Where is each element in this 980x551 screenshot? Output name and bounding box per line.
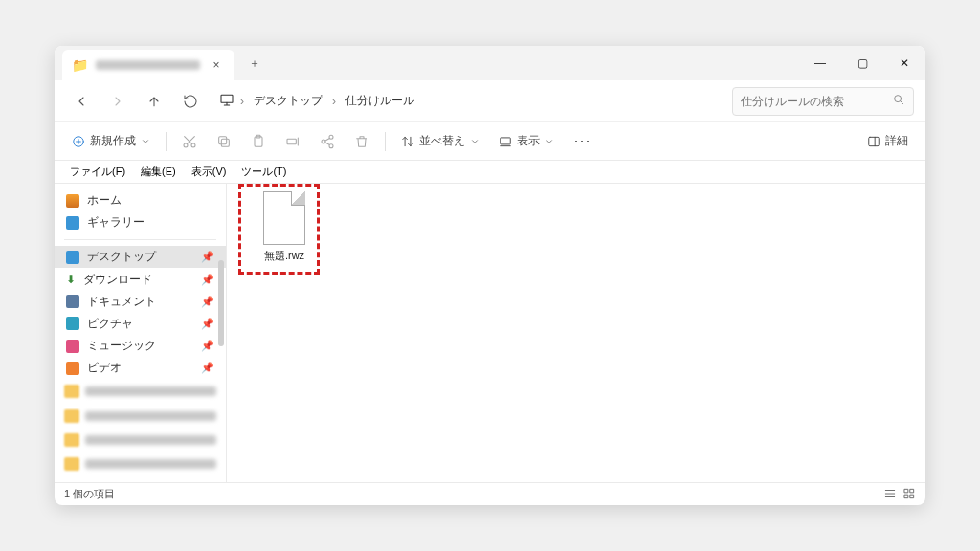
chevron-down-icon [141,137,150,146]
back-button[interactable] [66,86,97,117]
view-label: 表示 [517,133,540,149]
menu-view[interactable]: 表示(V) [184,163,234,181]
svg-rect-15 [904,489,908,492]
toolbar-sep [385,132,386,151]
details-label: 詳細 [885,133,908,149]
breadcrumb[interactable]: › デスクトップ › 仕分けルール [212,86,726,117]
delete-button[interactable] [346,127,377,156]
svg-rect-0 [221,95,233,102]
file-item[interactable]: 無題.rwz [246,191,323,263]
music-icon [66,340,79,353]
new-button[interactable]: 新規作成 [64,127,158,156]
crumb-sep-icon: › [332,95,336,108]
sidebar-scrollbar[interactable] [218,260,224,346]
svg-point-12 [329,143,333,147]
close-window-button[interactable]: ✕ [883,46,925,80]
toolbar: 新規作成 並べ替え 表示 ･･･ 詳細 [55,122,925,161]
item-count: 1 個の項目 [64,487,115,501]
tab-strip: 📁 × ＋ — ▢ ✕ [55,46,925,80]
file-area[interactable]: 無題.rwz [227,184,925,482]
tab-title-blurred [96,60,200,70]
sort-label: 並べ替え [419,133,465,149]
menu-bar: ファイル(F) 編集(E) 表示(V) ツール(T) [55,161,925,184]
sort-button[interactable]: 並べ替え [393,127,487,156]
svg-rect-17 [904,495,908,498]
file-icon [263,191,305,245]
view-grid-icon[interactable] [902,487,916,502]
up-button[interactable] [139,86,169,117]
svg-rect-5 [221,139,229,146]
sidebar-item-label: ギャラリー [87,214,145,231]
search-input[interactable] [741,95,886,108]
sidebar-item-label: デスクトップ [87,249,156,265]
sidebar-item-label: ピクチャ [87,316,133,332]
sidebar-item-downloads[interactable]: ⬇ダウンロード📌 [55,268,226,290]
sidebar-item-label: ホーム [87,192,122,209]
tab-close-button[interactable]: × [208,56,225,74]
minimize-button[interactable]: — [799,46,841,80]
chevron-down-icon [470,137,479,146]
pin-icon: 📌 [201,340,214,352]
svg-rect-9 [287,139,296,143]
maximize-button[interactable]: ▢ [841,46,883,80]
sidebar-item-blurred[interactable] [64,454,216,474]
crumb-sep-icon: › [240,95,244,108]
window-controls: — ▢ ✕ [799,46,925,80]
crumb-desktop[interactable]: デスクトップ [250,90,326,112]
sidebar-item-blurred[interactable] [64,406,216,426]
sidebar-item-documents[interactable]: ドキュメント📌 [55,291,226,313]
sidebar-item-videos[interactable]: ビデオ📌 [55,357,226,379]
pin-icon: 📌 [201,318,214,330]
sidebar-item-desktop[interactable]: デスクトップ📌 [55,246,226,268]
copy-button[interactable] [209,127,239,156]
forward-button[interactable] [102,86,133,117]
folder-icon [64,457,79,471]
home-icon [66,194,79,208]
sidebar-item-gallery[interactable]: ギャラリー [55,211,226,233]
toolbar-sep [166,132,167,151]
sidebar-item-blurred[interactable] [64,430,216,450]
active-tab[interactable]: 📁 × [62,50,234,80]
gallery-icon [66,216,79,230]
sidebar-item-music[interactable]: ミュージック📌 [55,335,226,357]
view-button[interactable]: 表示 [491,127,562,156]
details-pane-button[interactable]: 詳細 [859,127,916,156]
sidebar-item-home[interactable]: ホーム [55,189,226,211]
menu-file[interactable]: ファイル(F) [62,163,133,181]
rename-button[interactable] [278,127,308,156]
cut-button[interactable] [174,127,205,156]
pin-icon: 📌 [201,274,214,286]
sidebar-item-pictures[interactable]: ピクチャ📌 [55,313,226,335]
sidebar-item-label: ミュージック [87,338,156,354]
search-box[interactable] [732,87,914,116]
folder-icon [64,385,79,398]
chevron-down-icon [545,137,554,146]
folder-icon [64,409,79,423]
folder-icon [64,433,79,447]
sidebar-item-blurred[interactable] [64,381,216,401]
share-button[interactable] [312,127,343,156]
refresh-button[interactable] [175,86,206,117]
status-bar: 1 個の項目 [55,482,925,505]
picture-icon [66,317,79,330]
svg-rect-14 [869,137,880,145]
pc-icon [219,92,234,110]
folder-icon: 📁 [72,57,88,73]
sidebar-item-label: ビデオ [87,360,122,376]
search-icon [892,93,905,109]
menu-tools[interactable]: ツール(T) [234,163,294,181]
svg-rect-16 [910,489,914,492]
view-details-icon[interactable] [883,487,897,502]
explorer-window: 📁 × ＋ — ▢ ✕ › デスクトップ › 仕分けルール [55,46,925,505]
menu-edit[interactable]: 編集(E) [133,163,184,181]
new-tab-button[interactable]: ＋ [240,49,269,77]
crumb-folder[interactable]: 仕分けルール [342,90,418,112]
svg-rect-18 [910,495,914,498]
new-label: 新規作成 [90,133,136,149]
sidebar-item-label: ドキュメント [87,294,156,310]
paste-button[interactable] [243,127,274,156]
more-button[interactable]: ･･･ [566,127,598,156]
pin-icon: 📌 [201,251,214,263]
document-icon [66,295,79,308]
nav-sidebar: ホーム ギャラリー デスクトップ📌 ⬇ダウンロード📌 ドキュメント📌 ピクチャ📌… [55,184,227,482]
